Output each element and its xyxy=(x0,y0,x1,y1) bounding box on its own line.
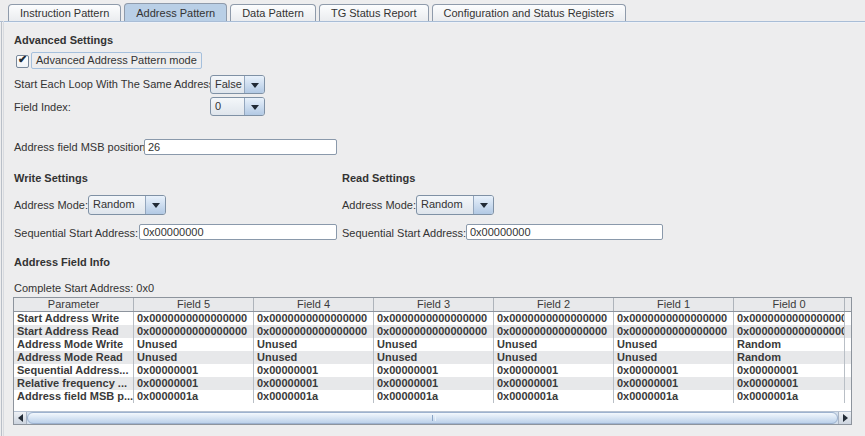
horizontal-scrollbar[interactable] xyxy=(14,411,851,424)
write-address-mode-select[interactable]: Random xyxy=(88,195,166,215)
loop-same-address-label: Start Each Loop With The Same Address: xyxy=(14,78,217,90)
advanced-address-pattern-checkbox-label[interactable]: Advanced Address Pattern mode xyxy=(31,52,202,69)
table-cell: 0x00000001 xyxy=(254,377,374,390)
loop-same-address-value: False xyxy=(211,76,244,93)
read-address-mode-select[interactable]: Random xyxy=(416,195,494,215)
table-cell: Unused xyxy=(134,338,254,351)
table-cell: 0x0000001a xyxy=(134,390,254,403)
table-cell: 0x0000000000000000 xyxy=(734,312,845,325)
column-header-field5[interactable]: Field 5 xyxy=(134,298,254,311)
tab-configuration-status-registers[interactable]: Configuration and Status Registers xyxy=(432,4,627,22)
table-cell: 0x0000001a xyxy=(494,390,614,403)
table-row[interactable]: Sequential Address...0x000000010x0000000… xyxy=(14,364,851,377)
table-cell: 0x00000001 xyxy=(614,364,734,377)
column-header-field3[interactable]: Field 3 xyxy=(374,298,494,311)
read-sequential-start-label: Sequential Start Address: xyxy=(342,227,466,239)
table-cell: 0x00000001 xyxy=(734,364,845,377)
table-cell: 0x00000001 xyxy=(374,364,494,377)
row-parameter-cell: Relative frequency ... xyxy=(14,377,134,390)
tab-instruction-pattern[interactable]: Instruction Pattern xyxy=(8,4,121,22)
scrollbar-track[interactable] xyxy=(27,412,838,424)
checkmark-icon: ✔ xyxy=(18,53,27,66)
write-settings-heading: Write Settings xyxy=(14,172,88,184)
scrollbar-thumb[interactable] xyxy=(27,412,838,424)
row-parameter-cell: Address Mode Read xyxy=(14,351,134,364)
write-sequential-start-input[interactable] xyxy=(139,224,337,240)
scrollbar-grip-icon xyxy=(432,415,436,421)
chevron-down-icon[interactable] xyxy=(473,196,493,214)
msb-position-label: Address field MSB position: xyxy=(14,141,149,153)
table-cell: 0x00000001 xyxy=(494,377,614,390)
tab-divider-highlight xyxy=(0,22,865,23)
table-row[interactable]: Relative frequency ...0x000000010x000000… xyxy=(14,377,851,390)
table-cell: 0x00000001 xyxy=(614,377,734,390)
column-header-parameter[interactable]: Parameter xyxy=(14,298,134,311)
read-sequential-start-input[interactable] xyxy=(466,224,663,240)
table-cell: Unused xyxy=(374,338,494,351)
chevron-down-icon[interactable] xyxy=(145,196,165,214)
tab-tg-status-report[interactable]: TG Status Report xyxy=(319,4,429,22)
table-cell: Unused xyxy=(614,351,734,364)
table-cell: 0x0000000000000000 xyxy=(494,325,614,338)
table-row[interactable]: Address Mode ReadUnusedUnusedUnusedUnuse… xyxy=(14,351,851,364)
write-sequential-start-label: Sequential Start Address: xyxy=(14,227,138,239)
chevron-down-icon[interactable] xyxy=(244,76,264,93)
table-row[interactable]: Address Mode WriteUnusedUnusedUnusedUnus… xyxy=(14,338,851,351)
table-cell: 0x0000000000000000 xyxy=(254,325,374,338)
read-address-mode-label: Address Mode: xyxy=(342,199,416,211)
address-field-info-heading: Address Field Info xyxy=(14,256,110,268)
scroll-right-button[interactable] xyxy=(838,412,851,424)
tab-data-pattern[interactable]: Data Pattern xyxy=(230,4,316,22)
table-body: Start Address Write0x00000000000000000x0… xyxy=(14,312,851,403)
complete-start-address-label: Complete Start Address: 0x0 xyxy=(14,282,154,294)
column-header-field1[interactable]: Field 1 xyxy=(614,298,734,311)
loop-same-address-select[interactable]: False xyxy=(210,75,265,94)
field-index-value: 0 xyxy=(211,98,244,115)
read-settings-heading: Read Settings xyxy=(342,172,415,184)
field-index-select[interactable]: 0 xyxy=(210,97,265,116)
row-parameter-cell: Sequential Address... xyxy=(14,364,134,377)
table-cell: 0x0000000000000000 xyxy=(734,325,845,338)
arrow-left-icon xyxy=(14,414,23,422)
table-cell: 0x0000001a xyxy=(614,390,734,403)
table-header-row: Parameter Field 5 Field 4 Field 3 Field … xyxy=(14,298,851,312)
row-parameter-cell: Start Address Read xyxy=(14,325,134,338)
table-cell: 0x0000001a xyxy=(374,390,494,403)
table-cell: Unused xyxy=(494,351,614,364)
column-header-field0[interactable]: Field 0 xyxy=(734,298,845,311)
chevron-down-icon[interactable] xyxy=(244,98,264,115)
table-row[interactable]: Start Address Write0x00000000000000000x0… xyxy=(14,312,851,325)
table-cell: 0x0000000000000000 xyxy=(614,325,734,338)
table-cell: 0x0000000000000000 xyxy=(134,312,254,325)
arrow-right-icon xyxy=(843,414,852,422)
table-cell: 0x0000001a xyxy=(254,390,374,403)
table-cell: 0x00000001 xyxy=(254,364,374,377)
table-cell: Random xyxy=(734,338,845,351)
panel-left-border xyxy=(1,21,2,436)
table-cell: Unused xyxy=(614,338,734,351)
table-row[interactable]: Address field MSB p...0x0000001a0x000000… xyxy=(14,390,851,403)
table-row[interactable]: Start Address Read0x00000000000000000x00… xyxy=(14,325,851,338)
msb-position-input[interactable] xyxy=(144,139,337,155)
table-cell: 0x00000001 xyxy=(374,377,494,390)
table-cell: 0x0000000000000000 xyxy=(374,312,494,325)
address-pattern-screen: Instruction Pattern Address Pattern Data… xyxy=(0,0,865,436)
table-cell: 0x00000001 xyxy=(134,377,254,390)
advanced-address-pattern-checkbox[interactable]: ✔ xyxy=(16,55,29,68)
row-parameter-cell: Address field MSB p... xyxy=(14,390,134,403)
table-cell: 0x0000000000000000 xyxy=(374,325,494,338)
table-cell: Unused xyxy=(134,351,254,364)
table-cell: Unused xyxy=(494,338,614,351)
row-parameter-cell: Address Mode Write xyxy=(14,338,134,351)
tab-address-pattern[interactable]: Address Pattern xyxy=(124,3,227,22)
table-cell: 0x00000001 xyxy=(734,377,845,390)
column-header-field2[interactable]: Field 2 xyxy=(494,298,614,311)
panel-left-border-inner xyxy=(3,21,4,436)
table-cell: 0x0000000000000000 xyxy=(254,312,374,325)
read-address-mode-value: Random xyxy=(417,196,473,214)
field-index-label: Field Index: xyxy=(14,101,71,113)
table-cell: Unused xyxy=(254,351,374,364)
column-header-field4[interactable]: Field 4 xyxy=(254,298,374,311)
table-cell: 0x0000001a xyxy=(734,390,845,403)
scroll-left-button[interactable] xyxy=(14,412,27,424)
